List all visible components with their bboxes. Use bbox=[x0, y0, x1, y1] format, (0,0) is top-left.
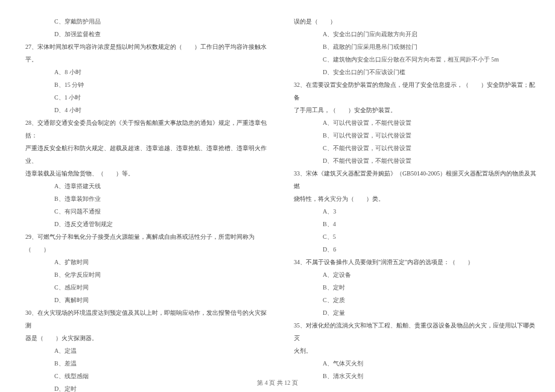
question-30-line2: 器是（ ）火灾探测器。 bbox=[18, 332, 268, 344]
q28-option-a: A、违章搭建天线 bbox=[18, 180, 268, 192]
q28-option-d: D、违反交通管制规定 bbox=[18, 218, 268, 230]
left-column: C、穿戴防护用品 D、加强监督检查 27、宋体时间加权平均容许浓度是指以时间为权… bbox=[18, 15, 278, 374]
question-34: 34、不属于设备操作人员要做到"润滑五定"内容的选项是：（ ） bbox=[287, 256, 537, 268]
q31-option-c: C、建筑物内安全出口应分散在不同方向布置，相互间距不小于 5m bbox=[287, 53, 537, 66]
q26-option-c: C、穿戴防护用品 bbox=[18, 15, 268, 28]
q33-option-b: B、4 bbox=[287, 218, 537, 230]
q31-option-d: D、安全出口的门不应该设门槛 bbox=[287, 66, 537, 78]
right-column: 误的是（ ） A、安全出口的门应向疏散方向开启 B、疏散的门应采用悬吊门或侧拉门… bbox=[278, 15, 537, 374]
question-32-line1: 32、在需要设置安全防护装置的危险点，使用了安全信息提示，（ ）安全防护装置；配… bbox=[287, 78, 537, 104]
q28-option-b: B、违章装卸作业 bbox=[18, 192, 268, 205]
q34-option-a: A、定设备 bbox=[287, 268, 537, 281]
q29-option-a: A、扩散时间 bbox=[18, 256, 268, 268]
q29-option-d: D、离解时间 bbox=[18, 294, 268, 306]
q27-option-a: A、8 小时 bbox=[18, 66, 268, 78]
q35-option-a: A、气体灭火剂 bbox=[287, 357, 537, 370]
q30-option-a: A、定温 bbox=[18, 344, 268, 357]
q34-option-b: B、定时 bbox=[287, 281, 537, 294]
question-30-line1: 30、在火灾现场的环境温度达到预定值及其以上时，即能响应动作，发出报警信号的火灾… bbox=[18, 306, 268, 332]
q28-option-c: C、有问题不通报 bbox=[18, 205, 268, 218]
question-33-line1: 33、宋体《建筑灭火器配置爱并婉茹》（GB50140-2005）根据灭火器配置场… bbox=[287, 167, 537, 192]
q33-option-d: D、6 bbox=[287, 243, 537, 256]
q33-option-c: C、5 bbox=[287, 230, 537, 243]
page-container: C、穿戴防护用品 D、加强监督检查 27、宋体时间加权平均容许浓度是指以时间为权… bbox=[0, 0, 555, 374]
question-28-line2: 严重违反安全航行和防火规定、超载及超速、违章追越、违章抢航、违章抢槽、违章明火作… bbox=[18, 142, 268, 167]
q32-option-c: C、不能代替设置，可以代替设置 bbox=[287, 142, 537, 154]
q33-option-a: A、3 bbox=[287, 205, 537, 218]
q26-option-d: D、加强监督检查 bbox=[18, 28, 268, 40]
question-31-cont: 误的是（ ） bbox=[287, 15, 537, 28]
question-32-line2: 了手用工具，（ ）安全防护装置。 bbox=[287, 104, 537, 116]
page-footer: 第 4 页 共 12 页 bbox=[0, 379, 555, 387]
q30-option-b: B、差温 bbox=[18, 357, 268, 370]
q32-option-d: D、不能代替设置，不能代替设置 bbox=[287, 154, 537, 167]
q34-option-d: D、定量 bbox=[287, 306, 537, 319]
q31-option-a: A、安全出口的门应向疏散方向开启 bbox=[287, 28, 537, 40]
question-27: 27、宋体时间加权平均容许浓度是指以时间为权数规定的（ ）工作日的平均容许接触水… bbox=[18, 40, 268, 66]
question-35-line2: 火剂。 bbox=[287, 344, 537, 357]
question-33-line2: 烧特性，将火灾分为（ ）类。 bbox=[287, 192, 537, 205]
q27-option-d: D、4 小时 bbox=[18, 104, 268, 116]
q31-option-b: B、疏散的门应采用悬吊门或侧拉门 bbox=[287, 40, 537, 53]
q27-option-c: C、1 小时 bbox=[18, 91, 268, 104]
q32-option-a: A、可以代替设置，不能代替设置 bbox=[287, 116, 537, 129]
question-35-line1: 35、对液化烃的流淌火灾和地下工程、船舶、贵重仪器设备及物品的火灾，应使用以下哪… bbox=[287, 319, 537, 344]
q32-option-b: B、可以代替设置，可以代替设置 bbox=[287, 129, 537, 142]
question-29: 29、可燃气分子和氧化分子接受点火源能量，离解成自由基或活性分子，所需时间称为（… bbox=[18, 230, 268, 256]
q27-option-b: B、15 分钟 bbox=[18, 78, 268, 91]
q34-option-c: C、定质 bbox=[287, 294, 537, 306]
question-28-line3: 违章装载及运输危险货物、（ ）等。 bbox=[18, 167, 268, 180]
question-28-line1: 28、交通部交通安全委员会制定的《关于报告船舶重大事故隐患的通知》规定，严重违章… bbox=[18, 116, 268, 142]
q29-option-b: B、化学反应时间 bbox=[18, 268, 268, 281]
q29-option-c: C、感应时间 bbox=[18, 281, 268, 294]
